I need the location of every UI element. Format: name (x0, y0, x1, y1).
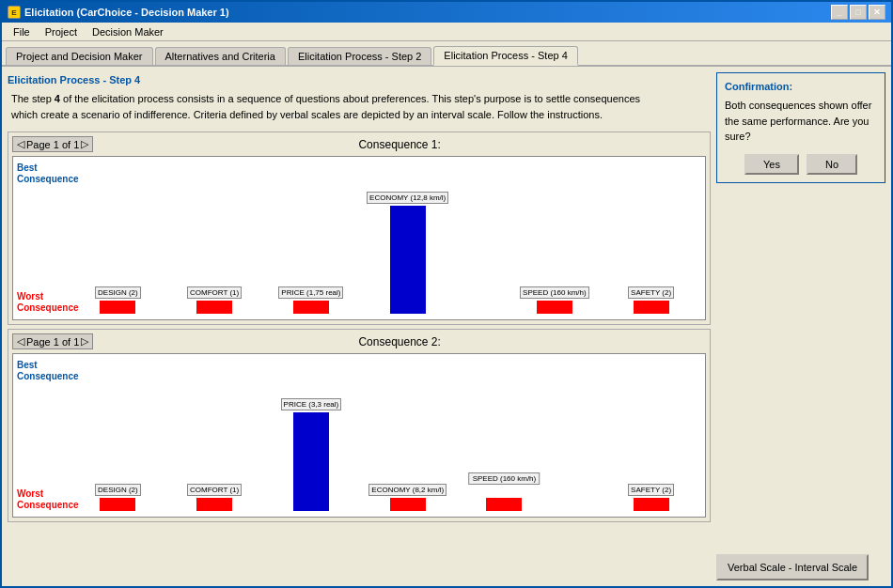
bar-label-design-1: DESIGN (2) (95, 286, 141, 299)
menu-bar: File Project Decision Maker (2, 23, 891, 41)
bar-col-comfort-2: COMFORT (1) (168, 362, 261, 511)
prev-page-btn-1[interactable]: ◁ (17, 138, 24, 150)
yes-button[interactable]: Yes (744, 154, 799, 175)
consequence1-container: ◁ Page 1 of 1 ▷ Consequence 1: BestConse… (8, 132, 711, 325)
bar-blue-price-2 (293, 412, 329, 511)
next-page-btn-1[interactable]: ▷ (81, 138, 88, 150)
consequence2-container: ◁ Page 1 of 1 ▷ Consequence 2: BestConse… (8, 329, 711, 522)
prev-page-btn-2[interactable]: ◁ (17, 335, 24, 348)
bar-col-economy-2: ECONOMY (8,2 km/l) (361, 362, 454, 511)
desc-line2: which create a scenario of indifference.… (11, 109, 603, 120)
bar-red-price-1 (293, 301, 329, 314)
bar-red-economy-2 (390, 498, 426, 511)
bar-label-safety-1: SAFETY (2) (628, 286, 674, 299)
confirmation-text: Both consequences shown offer the same p… (725, 98, 877, 145)
main-window: E Elicitation (CarChoice - Decision Make… (0, 0, 893, 588)
bar-col-design-1: DESIGN (2) (71, 164, 164, 314)
consequence2-page: Page 1 of 1 (26, 336, 79, 348)
consequence2-page-nav[interactable]: ◁ Page 1 of 1 ▷ (12, 333, 93, 349)
bar-col-price-2: PRICE (3,3 real) (265, 362, 358, 511)
bar-col-comfort-1: COMFORT (1) (168, 164, 261, 314)
confirmation-buttons: Yes No (725, 154, 877, 175)
consequence1-chart: BestConsequence WorstConsequence DESIGN … (12, 156, 706, 320)
window-title: Elicitation (CarChoice - Decision Maker … (24, 7, 229, 18)
consequence1-page: Page 1 of 1 (26, 139, 79, 150)
bar-label-price-2: PRICE (3,3 real) (281, 398, 342, 410)
bar-red-safety-2 (634, 498, 669, 511)
bar-col-economy-1: ECONOMY (12,8 km/l) (361, 164, 454, 314)
bar-red-safety-1 (634, 301, 669, 314)
menu-file[interactable]: File (6, 24, 38, 39)
consequence2-title: Consequence 2: (358, 335, 440, 348)
consequence1-title: Consequence 1: (358, 138, 440, 151)
bar-label-safety-2: SAFETY (2) (628, 484, 674, 496)
next-page-btn-2[interactable]: ▷ (81, 335, 88, 348)
bar-col-safety-1: SAFETY (2) (604, 164, 697, 314)
bar-red-comfort-2 (196, 498, 232, 511)
bar-label-design-2: DESIGN (2) (95, 484, 141, 496)
tab-alternatives-criteria[interactable]: Alternatives and Criteria (155, 47, 286, 65)
bar-blue-economy-1 (390, 206, 426, 314)
title-bar: E Elicitation (CarChoice - Decision Make… (2, 2, 891, 23)
worst-consequence-label-1: WorstConsequence (17, 291, 66, 314)
maximize-button[interactable]: □ (850, 5, 867, 20)
consequence1-header: ◁ Page 1 of 1 ▷ Consequence 1: (12, 136, 706, 152)
app-icon: E (8, 6, 21, 19)
tab-elicitation-step4[interactable]: Elicitation Process - Step 4 (433, 46, 577, 66)
right-panel: Confirmation: Both consequences shown of… (716, 72, 885, 580)
description: The step 4 of the elicitation process co… (8, 91, 711, 122)
bar-col-safety-2: SAFETY (2) (604, 362, 697, 511)
best-consequence-label-1: BestConsequence (17, 162, 66, 185)
bar-label-economy-2: ECONOMY (8,2 km/l) (368, 484, 446, 496)
confirmation-box: Confirmation: Both consequences shown of… (716, 72, 885, 183)
bar-red-speed-1 (537, 301, 572, 314)
consequence1-page-nav[interactable]: ◁ Page 1 of 1 ▷ (12, 136, 93, 152)
consequence2-chart: BestConsequence WorstConsequence DESIGN … (12, 353, 706, 518)
no-button[interactable]: No (807, 154, 857, 175)
close-button[interactable]: ✕ (869, 5, 885, 20)
bar-col-price-1: PRICE (1,75 real) (265, 164, 358, 314)
bar-label-speed-1: SPEED (160 km/h) (520, 286, 589, 299)
bar-red-speed-2 (486, 498, 522, 511)
desc-line1: The step 4 of the elicitation process co… (11, 93, 640, 104)
consequence2-header: ◁ Page 1 of 1 ▷ Consequence 2: (12, 333, 706, 349)
bar-red-comfort-1 (196, 301, 232, 314)
tab-elicitation-step2[interactable]: Elicitation Process - Step 2 (288, 47, 431, 65)
minimize-button[interactable]: _ (831, 5, 848, 20)
worst-consequence-label-2: WorstConsequence (17, 488, 66, 511)
tab-project-decision-maker[interactable]: Project and Decision Maker (6, 47, 153, 65)
c1-bars-area: DESIGN (2) COMFORT (1) PRICE (1,75 (68, 157, 705, 319)
bar-col-design-2: DESIGN (2) (71, 362, 164, 511)
bar-col-speed-1: SPEED (160 km/h) (508, 164, 601, 314)
bar-label-economy-1: ECONOMY (12,8 km/l) (367, 192, 448, 204)
c1-y-labels: BestConsequence WorstConsequence (13, 157, 68, 319)
menu-project[interactable]: Project (38, 24, 85, 39)
bar-label-comfort-1: COMFORT (1) (187, 286, 242, 299)
bar-label-price-1: PRICE (1,75 real) (278, 286, 343, 299)
best-consequence-label-2: BestConsequence (17, 360, 66, 382)
title-bar-left: E Elicitation (CarChoice - Decision Make… (8, 6, 229, 19)
bar-red-design-1 (100, 301, 135, 314)
section-header: Elicitation Process - Step 4 (8, 72, 711, 87)
c2-y-labels: BestConsequence WorstConsequence (13, 354, 68, 517)
window-controls: _ □ ✕ (831, 5, 885, 20)
left-panel: Elicitation Process - Step 4 The step 4 … (8, 72, 711, 580)
bar-label-speed-float-2: SPEED (160 km/h) (469, 472, 540, 485)
menu-decision-maker[interactable]: Decision Maker (85, 24, 171, 39)
tab-bar: Project and Decision Maker Alternatives … (2, 41, 891, 67)
verbal-scale-button[interactable]: Verbal Scale - Interval Scale (716, 554, 869, 580)
bar-label-comfort-2: COMFORT (1) (187, 484, 242, 496)
c2-bars-area: DESIGN (2) COMFORT (1) PRICE (3,3 (68, 354, 705, 517)
main-content: Elicitation Process - Step 4 The step 4 … (2, 67, 891, 586)
confirmation-title: Confirmation: (725, 81, 877, 92)
bar-col-speed-2: SPEED (160 km/h) (458, 362, 551, 511)
bar-red-design-2 (100, 498, 135, 511)
